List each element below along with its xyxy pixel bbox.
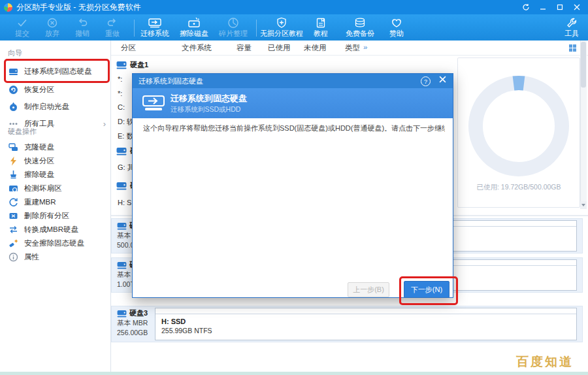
dialog-title-bar: 迁移系统到固态硬盘	[133, 74, 453, 88]
lightning-icon	[8, 156, 18, 166]
toolbar-commit-button[interactable]: 提交	[8, 17, 37, 38]
sidebar-item-recover-partition[interactable]: 恢复分区	[7, 82, 106, 97]
col-partition[interactable]: 分区	[121, 43, 136, 53]
app-logo-icon	[4, 3, 12, 12]
toolbar-tutorial-button[interactable]: 教程	[306, 17, 336, 38]
toolbar-wipe-disk-button[interactable]: 擦除磁盘	[176, 17, 212, 38]
sidebar-item-check-bad-sectors[interactable]: 检测坏扇区	[7, 181, 106, 195]
list-row-partition[interactable]: *:	[118, 90, 122, 97]
toolbar-redo-button[interactable]: 重做	[98, 17, 127, 38]
tools-wrench-icon	[566, 17, 578, 29]
sidebar-item-rebuild-mbr[interactable]: 重建MBR	[7, 195, 106, 209]
list-row-partition[interactable]: *:	[118, 75, 122, 83]
sidebar-item-convert-to-mbr[interactable]: 转换成MBR硬盘	[7, 222, 106, 236]
toolbar-migrate-os-button[interactable]: 迁移系统	[137, 17, 172, 38]
usage-label: 已使用: 19.72GB/500.00GB	[457, 183, 580, 192]
maximize-button[interactable]	[551, 0, 568, 14]
convert-disk-icon	[8, 225, 18, 235]
info-icon	[8, 252, 18, 262]
toolbar-free-backup-button[interactable]: 免费备份	[340, 17, 380, 38]
migrate-os-dialog: 迁移系统到固态硬盘 ? 迁移系统到固态硬盘 迁移系统到SSD或HDD 这个向导程…	[132, 73, 453, 298]
minimize-button[interactable]	[534, 0, 551, 14]
disk3-block-name: 硬盘3	[117, 308, 148, 318]
toolbar-undo-button[interactable]: 撤销	[68, 17, 97, 38]
back-button[interactable]: 上一步(B)	[348, 282, 389, 297]
chevron-right-icon: ›	[103, 119, 106, 129]
secure-erase-icon	[8, 238, 18, 248]
sidebar-section-disk-ops: 硬盘操作	[8, 127, 37, 137]
bad-sector-check-icon	[8, 184, 18, 193]
feedback-refresh-icon[interactable]	[517, 0, 534, 14]
col-used[interactable]: 已使用	[268, 43, 291, 53]
toolbar-separator	[134, 20, 135, 37]
disk3-block[interactable]: 硬盘3 基本 MBR 256.00GB H: SSD 255.99GB NTFS	[111, 306, 583, 342]
dialog-header: 迁移系统到固态硬盘 迁移系统到SSD或HDD	[133, 88, 453, 118]
usage-donut-chart	[463, 71, 574, 182]
list-row-partition[interactable]: C:	[118, 103, 125, 111]
dialog-close-icon[interactable]	[439, 76, 446, 85]
clone-disk-icon	[8, 142, 18, 152]
delete-partitions-icon	[8, 211, 18, 221]
list-row-disk1[interactable]: 硬盘1	[116, 60, 148, 70]
dialog-header-title: 迁移系统到固态硬盘	[171, 93, 247, 105]
toolbar: 提交 放弃 撤销 重做 迁移系统 擦除磁盘 碎片整理 无损分区教程 教程 免费备…	[0, 14, 588, 41]
redo-icon	[106, 17, 118, 29]
toolbar-donate-button[interactable]: 赞助	[382, 17, 412, 38]
sidebar: 向导 迁移系统到固态硬盘 恢复分区 制作启动光盘 所有工具 › 硬盘操作 克隆硬…	[0, 41, 111, 375]
disk-icon	[117, 222, 127, 230]
col-unused[interactable]: 未使用	[304, 43, 327, 53]
close-button[interactable]	[568, 0, 585, 14]
dialog-title: 迁移系统到固态硬盘	[139, 76, 203, 86]
scrollbar-down-arrow[interactable]	[580, 201, 587, 209]
disk-icon	[116, 61, 127, 69]
layout-grid-icon[interactable]	[569, 44, 576, 52]
sidebar-item-secure-erase-ssd[interactable]: 安全擦除固态硬盘	[7, 236, 106, 250]
col-more-chevron[interactable]: »	[363, 43, 367, 51]
annotation-box-sidebar-migrate	[4, 59, 110, 83]
col-filesystem[interactable]: 文件系统	[182, 43, 212, 53]
toolbar-discard-button[interactable]: 放弃	[38, 17, 67, 38]
sidebar-item-quick-partition[interactable]: 快速分区	[7, 154, 106, 168]
undo-icon	[76, 17, 88, 29]
recover-icon	[8, 85, 18, 95]
sidebar-item-wipe-disk[interactable]: 擦除硬盘	[7, 167, 106, 182]
discard-icon	[46, 17, 58, 29]
list-header: 分区 文件系统 容量 已使用 未使用 类型 »	[111, 41, 588, 56]
dialog-help-icon[interactable]: ?	[421, 76, 431, 86]
migrate-disk-icon	[142, 94, 165, 112]
title-bar: 分区助手专业版 - 无损分区免费软件	[0, 0, 588, 14]
disk-icon	[116, 182, 127, 190]
disk-icon	[116, 147, 127, 155]
sidebar-item-properties[interactable]: 属性	[7, 250, 106, 264]
window-bottom-edge	[0, 372, 588, 375]
check-icon	[16, 17, 28, 29]
backup-stack-icon	[353, 17, 367, 29]
disk3-partition-bar[interactable]: H: SSD 255.99GB NTFS	[155, 308, 577, 340]
dialog-header-subtitle: 迁移系统到SSD或HDD	[171, 105, 240, 114]
toolbar-lossless-tutorial-button[interactable]: 无损分区教程	[257, 17, 306, 38]
sidebar-item-make-bootable-cd[interactable]: 制作启动光盘	[7, 99, 106, 114]
sidebar-item-delete-all-partitions[interactable]: 删除所有分区	[7, 208, 106, 223]
wipe-disk-icon	[187, 17, 201, 29]
sidebar-item-clone-disk[interactable]: 克隆硬盘	[7, 140, 106, 154]
disk3-scheme: 基本 MBR	[117, 318, 148, 328]
partition-label: H: SSD	[161, 318, 576, 325]
bootable-cd-icon	[8, 102, 18, 112]
disk-icon	[117, 261, 127, 269]
toolbar-defrag-button[interactable]: 碎片整理	[216, 17, 251, 38]
window-title: 分区助手专业版 - 无损分区免费软件	[16, 2, 141, 13]
toolbar-tools-button[interactable]: 工具	[557, 17, 587, 38]
col-capacity[interactable]: 容量	[237, 43, 252, 53]
watermark: 百度知道	[516, 353, 574, 370]
partition-detail: 255.99GB NTFS	[161, 327, 576, 334]
scrollbar-thumb[interactable]	[581, 42, 586, 88]
rebuild-mbr-icon	[8, 197, 18, 207]
pie-clock-icon	[227, 17, 239, 29]
disk-icon	[117, 310, 127, 318]
col-type[interactable]: 类型	[345, 43, 360, 53]
toolbar-separator	[256, 20, 257, 37]
migrate-disk-icon	[148, 17, 162, 29]
window-controls	[517, 0, 585, 14]
book-icon	[315, 17, 327, 29]
usage-strip	[155, 308, 576, 314]
